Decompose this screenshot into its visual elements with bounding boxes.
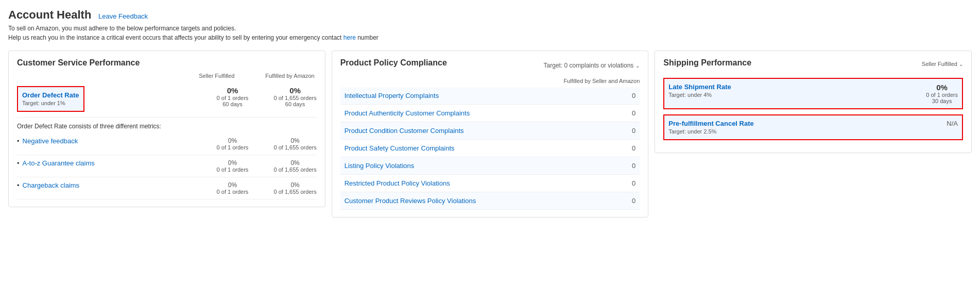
sub-metric-row: • Negative feedback 0% 0 of 1 orders 0% … (17, 133, 317, 155)
order-defect-val1: 0% 0 of 1 orders 60 days (212, 86, 253, 107)
sp-metric-row-0: Late Shipment Rate Target: under 4% 0% 0… (663, 78, 963, 109)
order-defect-link[interactable]: Order Defect Rate (22, 91, 79, 99)
sp-col-label: Seller Fulfilled (922, 61, 957, 67)
sub-orders2-2: 0 of 1,655 orders (274, 189, 317, 195)
sub-orders1-0: 0 of 1 orders (212, 144, 253, 151)
product-policy-panel: Product Policy Compliance Target: 0 comp… (332, 51, 649, 218)
sub-pct2-0: 0% (274, 137, 317, 144)
sp-title: Shipping Performance (663, 58, 751, 68)
sp-target-1: Target: under 2.5% (668, 128, 716, 135)
order-defect-pct2: 0% (274, 86, 317, 95)
order-defect-sub1a: 0 of 1 orders (212, 95, 253, 101)
ppc-link-5[interactable]: Restricted Product Policy Violations (345, 179, 626, 187)
order-defect-sub2b: 60 days (274, 101, 317, 107)
sub-metric-label-1[interactable]: A-to-z Guarantee claims (23, 159, 212, 167)
sp-na-1: N/A (947, 120, 958, 127)
order-defect-target: Target: under 1% (22, 100, 65, 106)
sub-orders1-2: 0 of 1 orders (212, 189, 253, 195)
col-seller-fulfilled: Seller Fulfilled (199, 73, 234, 79)
ppc-count-6: 0 (625, 197, 635, 205)
sub-metric-row: • Chargeback claims 0% 0 of 1 orders 0% … (17, 177, 317, 199)
sp-col-header: Seller Fulfilled ⌄ (922, 61, 963, 67)
csp-title: Customer Service Performance (17, 58, 317, 68)
page-title: Account Health (8, 8, 91, 21)
sub-pct1-2: 0% (212, 181, 253, 189)
ppc-rows-container: Intellectual Property Complaints 0 Produ… (340, 87, 640, 210)
sub-val-col1-0: 0% 0 of 1 orders (212, 137, 253, 151)
sub-metric-row: • A-to-z Guarantee claims 0% 0 of 1 orde… (17, 155, 317, 177)
order-defect-box: Order Defect Rate Target: under 1% (17, 86, 84, 112)
ppc-count-3: 0 (625, 144, 635, 152)
page-header: Account Health Leave Feedback To sell on… (8, 8, 972, 42)
order-defect-val2: 0% 0 of 1,655 orders 60 days (274, 86, 317, 107)
ppc-link-1[interactable]: Product Authenticity Customer Complaints (345, 109, 626, 117)
sub-pct1-1: 0% (212, 159, 253, 166)
desc-line1: To sell on Amazon, you must adhere to th… (8, 25, 236, 32)
sub-val-col2-0: 0% 0 of 1,655 orders (274, 137, 317, 151)
chevron-down-icon: ⌄ (635, 63, 640, 69)
sub-pct1-0: 0% (212, 137, 253, 144)
ppc-row: Listing Policy Violations 0 (340, 157, 640, 175)
sp-label-link-0[interactable]: Late Shipment Rate (668, 83, 731, 91)
sp-label-box-1: Pre-fulfillment Cancel Rate Target: unde… (668, 120, 753, 135)
chevron-down-icon-sp: ⌄ (959, 61, 963, 67)
ppc-count-4: 0 (625, 162, 635, 170)
ppc-link-3[interactable]: Product Safety Customer Complaints (345, 144, 626, 152)
ppc-col-header: Fulfilled by Seller and Amazon (340, 78, 640, 84)
sub-pct2-1: 0% (274, 159, 317, 166)
ppc-target-label: Target: 0 complaints or violations (544, 62, 634, 69)
sub-pct2-2: 0% (274, 181, 317, 189)
bullet-icon: • (17, 159, 20, 167)
ppc-row: Product Condition Customer Complaints 0 (340, 122, 640, 140)
ppc-row: Restricted Product Policy Violations 0 (340, 175, 640, 192)
sp-metrics-container: Late Shipment Rate Target: under 4% 0% 0… (663, 78, 963, 140)
sub-val-col1-2: 0% 0 of 1 orders (212, 181, 253, 195)
header-description: To sell on Amazon, you must adhere to th… (8, 24, 972, 42)
emergency-contact-link[interactable]: here (343, 34, 356, 41)
sub-metric-label-2[interactable]: Chargeback claims (23, 181, 212, 189)
sp-value-box-1: N/A (947, 120, 958, 127)
sub-val-col2-2: 0% 0 of 1,655 orders (274, 181, 317, 195)
ppc-title: Product Policy Compliance (340, 58, 447, 68)
ppc-link-6[interactable]: Customer Product Reviews Policy Violatio… (345, 197, 626, 205)
sp-metric-row-1: Pre-fulfillment Cancel Rate Target: unde… (663, 114, 963, 140)
ppc-link-2[interactable]: Product Condition Customer Complaints (345, 127, 626, 135)
sp-pct-0: 0% (926, 83, 958, 92)
sub-orders2-1: 0 of 1,655 orders (274, 166, 317, 173)
csp-column-headers: Seller Fulfilled Fulfilled by Amazon (17, 73, 317, 79)
sub-metric-values-2: 0% 0 of 1 orders 0% 0 of 1,655 orders (212, 181, 317, 195)
sub-val-col2-1: 0% 0 of 1,655 orders (274, 159, 317, 173)
sp-label-link-1[interactable]: Pre-fulfillment Cancel Rate (668, 120, 753, 127)
ppc-row: Product Safety Customer Complaints 0 (340, 140, 640, 157)
panels-container: Customer Service Performance Seller Fulf… (8, 51, 972, 218)
sp-label-box-0: Late Shipment Rate Target: under 4% (668, 83, 731, 98)
bullet-icon: • (17, 137, 20, 145)
ppc-count-1: 0 (625, 109, 635, 117)
sub-metric-values-1: 0% 0 of 1 orders 0% 0 of 1,655 orders (212, 159, 317, 173)
ppc-count-0: 0 (625, 92, 635, 99)
sp-target-0: Target: under 4% (668, 92, 712, 98)
order-defect-row: Order Defect Rate Target: under 1% 0% 0 … (17, 82, 317, 118)
leave-feedback-link[interactable]: Leave Feedback (98, 12, 148, 20)
sub-metric-label-0[interactable]: Negative feedback (23, 137, 212, 145)
sp-value-box-0: 0% 0 of 1 orders 30 days (926, 83, 958, 104)
sub-orders1-1: 0 of 1 orders (212, 166, 253, 173)
ppc-row: Product Authenticity Customer Complaints… (340, 105, 640, 122)
order-defect-sub1b: 60 days (212, 101, 253, 107)
col-fulfilled-amazon: Fulfilled by Amazon (265, 73, 314, 79)
ppc-header-row: Product Policy Compliance Target: 0 comp… (340, 58, 640, 73)
shipping-panel: Shipping Performance Seller Fulfilled ⌄ … (655, 51, 972, 153)
sub-metric-values-0: 0% 0 of 1 orders 0% 0 of 1,655 orders (212, 137, 317, 151)
ppc-link-4[interactable]: Listing Policy Violations (345, 162, 626, 170)
sub-orders2-0: 0 of 1,655 orders (274, 144, 317, 151)
ppc-count-2: 0 (625, 127, 635, 135)
defect-description: Order Defect Rate consists of three diff… (17, 123, 317, 130)
sp-sub1-0: 0 of 1 orders (926, 92, 958, 98)
bullet-icon: • (17, 181, 20, 189)
sub-metrics-container: • Negative feedback 0% 0 of 1 orders 0% … (17, 133, 317, 199)
ppc-link-0[interactable]: Intellectual Property Complaints (345, 92, 626, 99)
ppc-row: Intellectual Property Complaints 0 (340, 87, 640, 105)
order-defect-pct1: 0% (212, 86, 253, 95)
order-defect-sub2a: 0 of 1,655 orders (274, 95, 317, 101)
desc-line2-part1: Help us reach you in the instance a crit… (8, 34, 341, 41)
